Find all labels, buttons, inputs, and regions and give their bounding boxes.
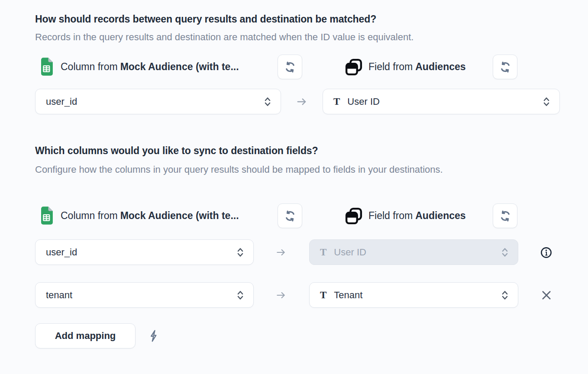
sync-section-description: Configure how the columns in your query … [35, 161, 507, 178]
refresh-icon [284, 210, 297, 222]
remove-mapping-button[interactable] [539, 287, 554, 303]
info-circle-icon [540, 246, 552, 259]
match-destination-field-value: User ID [347, 96, 542, 107]
arrow-right-icon [270, 239, 292, 265]
x-icon [540, 289, 552, 301]
sync-destination-header: Field from Audiences [368, 203, 466, 228]
mapping-row-source-select[interactable]: user_id [35, 239, 254, 265]
chevron-up-down-icon [542, 96, 551, 107]
google-sheets-icon [38, 206, 54, 225]
mapping-row-destination-select[interactable]: T Tenant [309, 282, 518, 308]
chevron-up-down-icon [236, 247, 245, 258]
audiences-icon [344, 206, 363, 226]
refresh-icon [499, 61, 512, 74]
mapping-info-button[interactable] [538, 245, 554, 260]
destination-header-prefix: Field from [368, 61, 413, 73]
arrow-right-icon [291, 89, 313, 114]
mapping-source-value: tenant [46, 290, 236, 301]
string-type-icon: T [320, 290, 326, 301]
chevron-up-down-icon [236, 290, 245, 301]
google-sheets-icon [38, 57, 54, 76]
source-header-prefix: Column from [61, 210, 118, 222]
refresh-icon [284, 61, 297, 74]
match-section-title: How should records between query results… [35, 13, 376, 25]
mapping-row-source-select[interactable]: tenant [35, 282, 254, 308]
source-header-name: Mock Audience (with te... [120, 210, 239, 222]
match-source-column-value: user_id [46, 96, 263, 107]
refresh-source-columns-button[interactable] [278, 55, 302, 79]
refresh-destination-fields-button[interactable] [493, 203, 517, 228]
sync-section-title: Which columns would you like to sync to … [35, 145, 318, 157]
destination-header-prefix: Field from [368, 210, 413, 222]
refresh-source-columns-button[interactable] [278, 203, 302, 228]
string-type-icon: T [333, 96, 340, 107]
arrow-right-icon [270, 282, 292, 308]
source-header-name: Mock Audience (with te... [120, 61, 239, 73]
destination-header-name: Audiences [415, 210, 465, 222]
audiences-icon [344, 58, 363, 77]
destination-header-name: Audiences [415, 61, 465, 73]
chevron-up-down-icon [501, 290, 509, 301]
mapping-destination-value: User ID [334, 247, 501, 258]
sync-source-header: Column from Mock Audience (with te... [61, 203, 239, 228]
source-header-prefix: Column from [61, 61, 118, 73]
match-destination-header: Field from Audiences [368, 55, 466, 79]
add-mapping-button[interactable]: Add mapping [35, 323, 136, 348]
refresh-destination-fields-button[interactable] [493, 55, 517, 79]
lightning-icon [148, 329, 161, 342]
suggest-mappings-button[interactable] [146, 328, 162, 344]
sync-field-mapping-panel: How should records between query results… [0, 0, 588, 374]
mapping-row-destination-select-disabled: T User ID [309, 239, 518, 265]
mapping-source-value: user_id [46, 247, 236, 258]
mapping-destination-value: Tenant [334, 290, 501, 301]
chevron-up-down-icon [501, 247, 509, 258]
match-destination-field-select[interactable]: T User ID [323, 89, 560, 114]
refresh-icon [499, 210, 512, 222]
match-section-description: Records in the query results and destina… [35, 29, 414, 46]
match-source-column-select[interactable]: user_id [35, 89, 281, 114]
string-type-icon: T [320, 247, 326, 258]
chevron-up-down-icon [263, 96, 272, 107]
match-source-header: Column from Mock Audience (with te... [61, 55, 239, 79]
